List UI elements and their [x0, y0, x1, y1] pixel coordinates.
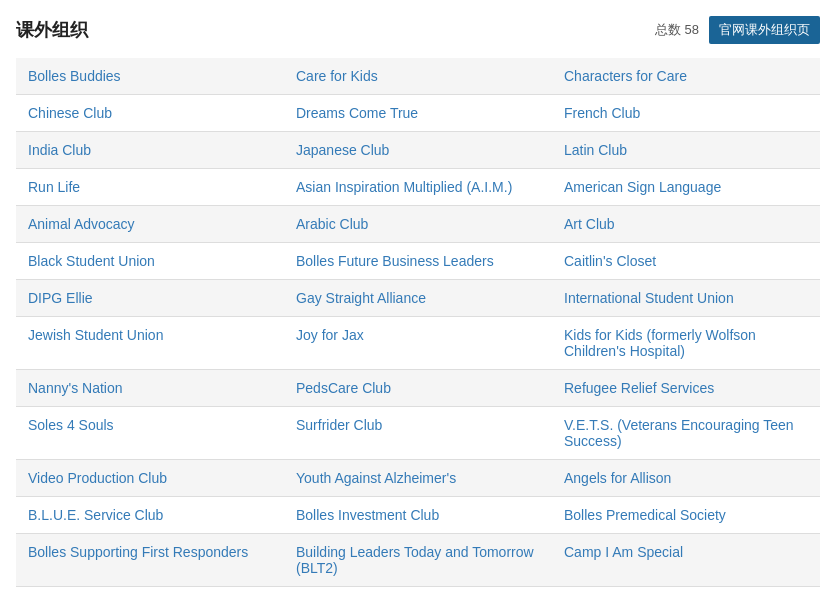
- org-link[interactable]: PedsCare Club: [296, 380, 391, 396]
- org-link[interactable]: Refugee Relief Services: [564, 380, 714, 396]
- org-link[interactable]: Bolles Buddies: [28, 68, 121, 84]
- org-link[interactable]: Animal Advocacy: [28, 216, 135, 232]
- org-link[interactable]: Jewish Student Union: [28, 327, 163, 343]
- org-link[interactable]: Bolles Premedical Society: [564, 507, 726, 523]
- table-cell[interactable]: Video Production Club: [16, 460, 284, 497]
- table-cell[interactable]: Black Student Union: [16, 243, 284, 280]
- table-row: Bolles BuddiesCare for KidsCharacters fo…: [16, 58, 820, 95]
- org-link[interactable]: Caitlin's Closet: [564, 253, 656, 269]
- table-cell[interactable]: Bolles Premedical Society: [552, 497, 820, 534]
- total-count-label: 总数 58: [655, 21, 699, 39]
- org-link[interactable]: Art Club: [564, 216, 615, 232]
- table-cell[interactable]: French Club: [552, 95, 820, 132]
- table-cell[interactable]: India Club: [16, 132, 284, 169]
- table-cell[interactable]: Animal Advocacy: [16, 206, 284, 243]
- table-cell[interactable]: PedsCare Club: [284, 370, 552, 407]
- page-title: 课外组织: [16, 18, 88, 42]
- org-link[interactable]: Latin Club: [564, 142, 627, 158]
- org-link[interactable]: Chinese Club: [28, 105, 112, 121]
- table-row: Animal AdvocacyArabic ClubArt Club: [16, 206, 820, 243]
- table-cell[interactable]: Soles 4 Souls: [16, 407, 284, 460]
- org-link[interactable]: Bolles Future Business Leaders: [296, 253, 494, 269]
- org-link[interactable]: Camp I Am Special: [564, 544, 683, 560]
- table-row: Chinese ClubDreams Come TrueFrench Club: [16, 95, 820, 132]
- table-row: B.L.U.E. Service ClubBolles Investment C…: [16, 497, 820, 534]
- org-link[interactable]: Bolles Investment Club: [296, 507, 439, 523]
- table-cell[interactable]: Run Life: [16, 169, 284, 206]
- table-cell[interactable]: Kids for Kids (formerly Wolfson Children…: [552, 317, 820, 370]
- table-row: DIPG EllieGay Straight AllianceInternati…: [16, 280, 820, 317]
- org-link[interactable]: Gay Straight Alliance: [296, 290, 426, 306]
- table-cell[interactable]: Nanny's Nation: [16, 370, 284, 407]
- website-link-button[interactable]: 官网课外组织页: [709, 16, 820, 44]
- table-cell[interactable]: Jewish Student Union: [16, 317, 284, 370]
- table-cell[interactable]: V.E.T.S. (Veterans Encouraging Teen Succ…: [552, 407, 820, 460]
- page-header: 课外组织 总数 58 官网课外组织页: [16, 16, 820, 44]
- org-link[interactable]: B.L.U.E. Service Club: [28, 507, 163, 523]
- table-row: Nanny's NationPedsCare ClubRefugee Relie…: [16, 370, 820, 407]
- table-cell[interactable]: Arabic Club: [284, 206, 552, 243]
- org-link[interactable]: American Sign Language: [564, 179, 721, 195]
- table-cell[interactable]: Bolles Supporting First Responders: [16, 534, 284, 587]
- org-link[interactable]: Dreams Come True: [296, 105, 418, 121]
- table-cell[interactable]: International Student Union: [552, 280, 820, 317]
- org-link[interactable]: India Club: [28, 142, 91, 158]
- table-cell[interactable]: Latin Club: [552, 132, 820, 169]
- org-link[interactable]: V.E.T.S. (Veterans Encouraging Teen Succ…: [564, 417, 794, 449]
- organizations-table: Bolles BuddiesCare for KidsCharacters fo…: [16, 58, 820, 587]
- table-cell[interactable]: Japanese Club: [284, 132, 552, 169]
- org-link[interactable]: Kids for Kids (formerly Wolfson Children…: [564, 327, 756, 359]
- org-link[interactable]: Run Life: [28, 179, 80, 195]
- table-cell[interactable]: Joy for Jax: [284, 317, 552, 370]
- org-link[interactable]: Black Student Union: [28, 253, 155, 269]
- table-row: Video Production ClubYouth Against Alzhe…: [16, 460, 820, 497]
- table-cell[interactable]: Art Club: [552, 206, 820, 243]
- org-link[interactable]: Asian Inspiration Multiplied (A.I.M.): [296, 179, 512, 195]
- org-link[interactable]: Joy for Jax: [296, 327, 364, 343]
- table-row: Soles 4 SoulsSurfrider ClubV.E.T.S. (Vet…: [16, 407, 820, 460]
- table-cell[interactable]: Building Leaders Today and Tomorrow (BLT…: [284, 534, 552, 587]
- table-cell[interactable]: Angels for Allison: [552, 460, 820, 497]
- table-cell[interactable]: Chinese Club: [16, 95, 284, 132]
- table-cell[interactable]: Gay Straight Alliance: [284, 280, 552, 317]
- org-link[interactable]: Nanny's Nation: [28, 380, 123, 396]
- table-cell[interactable]: Bolles Buddies: [16, 58, 284, 95]
- table-row: Bolles Supporting First RespondersBuildi…: [16, 534, 820, 587]
- table-cell[interactable]: Youth Against Alzheimer's: [284, 460, 552, 497]
- table-cell[interactable]: Asian Inspiration Multiplied (A.I.M.): [284, 169, 552, 206]
- table-row: Black Student UnionBolles Future Busines…: [16, 243, 820, 280]
- table-cell[interactable]: Camp I Am Special: [552, 534, 820, 587]
- table-cell[interactable]: Surfrider Club: [284, 407, 552, 460]
- org-link[interactable]: Surfrider Club: [296, 417, 382, 433]
- table-cell[interactable]: Bolles Future Business Leaders: [284, 243, 552, 280]
- org-link[interactable]: Care for Kids: [296, 68, 378, 84]
- org-link[interactable]: International Student Union: [564, 290, 734, 306]
- org-link[interactable]: Soles 4 Souls: [28, 417, 114, 433]
- org-link[interactable]: Japanese Club: [296, 142, 389, 158]
- table-row: Jewish Student UnionJoy for JaxKids for …: [16, 317, 820, 370]
- table-cell[interactable]: Refugee Relief Services: [552, 370, 820, 407]
- table-cell[interactable]: Dreams Come True: [284, 95, 552, 132]
- table-cell[interactable]: Characters for Care: [552, 58, 820, 95]
- org-link[interactable]: DIPG Ellie: [28, 290, 93, 306]
- org-link[interactable]: Angels for Allison: [564, 470, 671, 486]
- org-link[interactable]: French Club: [564, 105, 640, 121]
- org-link[interactable]: Building Leaders Today and Tomorrow (BLT…: [296, 544, 534, 576]
- org-link[interactable]: Youth Against Alzheimer's: [296, 470, 456, 486]
- table-cell[interactable]: Bolles Investment Club: [284, 497, 552, 534]
- table-cell[interactable]: Caitlin's Closet: [552, 243, 820, 280]
- table-cell[interactable]: Care for Kids: [284, 58, 552, 95]
- header-right: 总数 58 官网课外组织页: [655, 16, 820, 44]
- org-link[interactable]: Characters for Care: [564, 68, 687, 84]
- table-cell[interactable]: American Sign Language: [552, 169, 820, 206]
- table-row: Run LifeAsian Inspiration Multiplied (A.…: [16, 169, 820, 206]
- org-link[interactable]: Bolles Supporting First Responders: [28, 544, 248, 560]
- table-cell[interactable]: B.L.U.E. Service Club: [16, 497, 284, 534]
- org-link[interactable]: Video Production Club: [28, 470, 167, 486]
- table-row: India ClubJapanese ClubLatin Club: [16, 132, 820, 169]
- table-cell[interactable]: DIPG Ellie: [16, 280, 284, 317]
- org-link[interactable]: Arabic Club: [296, 216, 368, 232]
